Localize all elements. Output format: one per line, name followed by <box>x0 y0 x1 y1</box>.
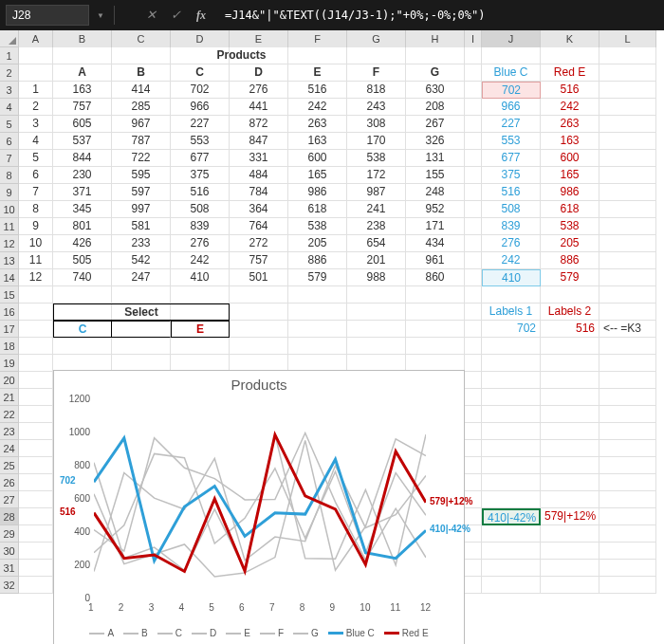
cell-I5[interactable] <box>465 116 482 133</box>
cell-I25[interactable] <box>465 457 482 474</box>
cell-L32[interactable] <box>599 577 656 594</box>
cell-A25[interactable] <box>19 457 53 474</box>
cell-J23[interactable] <box>482 423 541 440</box>
cell-K32[interactable] <box>541 577 599 594</box>
cell-L17[interactable]: <-- =K3 <box>599 321 656 338</box>
cell-G3[interactable]: 818 <box>347 82 406 99</box>
cell-E18[interactable] <box>230 338 288 355</box>
cell-C14[interactable]: 247 <box>112 269 171 286</box>
row-header-19[interactable]: 19 <box>0 355 19 372</box>
cell-A10[interactable]: 8 <box>19 201 53 218</box>
cell-K19[interactable] <box>541 355 599 372</box>
cell-I9[interactable] <box>465 184 482 201</box>
cell-K2[interactable]: Red E <box>541 64 599 82</box>
cell-A2[interactable] <box>19 64 53 82</box>
cell-K25[interactable] <box>541 457 599 474</box>
cell-K21[interactable] <box>541 389 599 406</box>
cell-F3[interactable]: 516 <box>288 82 347 99</box>
cell-C10[interactable]: 997 <box>112 201 171 218</box>
cell-J13[interactable]: 242 <box>482 252 541 269</box>
cell-E17[interactable] <box>230 321 288 338</box>
cell-L3[interactable] <box>599 82 656 99</box>
cell-C12[interactable]: 233 <box>112 235 171 252</box>
row-header-18[interactable]: 18 <box>0 338 19 355</box>
cell-E6[interactable]: 847 <box>230 133 288 150</box>
cell-D13[interactable]: 242 <box>171 252 230 269</box>
row-header-20[interactable]: 20 <box>0 372 19 389</box>
fx-icon[interactable]: fx <box>193 7 210 24</box>
cell-K31[interactable] <box>541 560 599 577</box>
cell-L19[interactable] <box>599 355 656 372</box>
cell-L21[interactable] <box>599 389 656 406</box>
cell-J18[interactable] <box>482 338 541 355</box>
cell-K9[interactable]: 986 <box>541 184 599 201</box>
cell-A20[interactable] <box>19 372 53 389</box>
cell-K23[interactable] <box>541 423 599 440</box>
cell-G7[interactable]: 538 <box>347 150 406 167</box>
cell-F5[interactable]: 263 <box>288 116 347 133</box>
spreadsheet-grid[interactable]: ABCDEFGHIJKL 123456789101112131415161718… <box>0 30 664 644</box>
cell-B2[interactable]: A <box>53 64 112 82</box>
cell-I22[interactable] <box>465 406 482 423</box>
col-header-G[interactable]: G <box>347 30 406 47</box>
cell-H11[interactable]: 171 <box>406 218 465 235</box>
cell-A18[interactable] <box>19 338 53 355</box>
cell-J11[interactable]: 839 <box>482 218 541 235</box>
cell-J28[interactable]: 410|-42% <box>482 508 541 525</box>
cell-A14[interactable]: 12 <box>19 269 53 286</box>
cell-K24[interactable] <box>541 440 599 457</box>
cell-A29[interactable] <box>19 525 53 543</box>
chart[interactable]: Products 0200400600800100012001234567891… <box>53 370 465 644</box>
select-all-corner[interactable] <box>0 30 19 47</box>
row-header-11[interactable]: 11 <box>0 218 19 235</box>
cell-J6[interactable]: 553 <box>482 133 541 150</box>
cell-D10[interactable]: 508 <box>171 201 230 218</box>
cell-L16[interactable] <box>599 304 656 321</box>
cell-B4[interactable]: 757 <box>53 99 112 116</box>
cell-A31[interactable] <box>19 560 53 577</box>
cell-A28[interactable] <box>19 508 53 525</box>
row-header-23[interactable]: 23 <box>0 423 19 440</box>
cell-J10[interactable]: 508 <box>482 201 541 218</box>
cell-A12[interactable]: 10 <box>19 235 53 252</box>
cell-K30[interactable] <box>541 543 599 560</box>
cell-D18[interactable] <box>171 338 230 355</box>
cell-J21[interactable] <box>482 389 541 406</box>
cell-F2[interactable]: E <box>288 64 347 82</box>
cell-E9[interactable]: 784 <box>230 184 288 201</box>
cell-B15[interactable] <box>53 286 112 304</box>
cell-G11[interactable]: 238 <box>347 218 406 235</box>
row-header-28[interactable]: 28 <box>0 508 19 525</box>
cell-A19[interactable] <box>19 355 53 372</box>
cell-D7[interactable]: 677 <box>171 150 230 167</box>
row-header-21[interactable]: 21 <box>0 389 19 406</box>
cell-E4[interactable]: 441 <box>230 99 288 116</box>
cell-I1[interactable] <box>465 47 482 64</box>
col-header-D[interactable]: D <box>171 30 230 47</box>
row-header-6[interactable]: 6 <box>0 133 19 150</box>
cell-J15[interactable] <box>482 286 541 304</box>
cell-D2[interactable]: C <box>171 64 230 82</box>
col-header-F[interactable]: F <box>288 30 347 47</box>
cell-B3[interactable]: 163 <box>53 82 112 99</box>
cell-L30[interactable] <box>599 543 656 560</box>
cell-I10[interactable] <box>465 201 482 218</box>
cell-F15[interactable] <box>288 286 347 304</box>
cell-L24[interactable] <box>599 440 656 457</box>
cell-K14[interactable]: 579 <box>541 269 599 286</box>
row-header-8[interactable]: 8 <box>0 167 19 184</box>
cell-F6[interactable]: 163 <box>288 133 347 150</box>
name-box-dropdown-icon[interactable]: ▼ <box>97 11 104 20</box>
cell-J19[interactable] <box>482 355 541 372</box>
cell-G13[interactable]: 201 <box>347 252 406 269</box>
cell-G12[interactable]: 654 <box>347 235 406 252</box>
cell-K29[interactable] <box>541 525 599 543</box>
cell-D5[interactable]: 227 <box>171 116 230 133</box>
col-header-B[interactable]: B <box>53 30 112 47</box>
cell-E15[interactable] <box>230 286 288 304</box>
row-header-24[interactable]: 24 <box>0 440 19 457</box>
cell-G14[interactable]: 988 <box>347 269 406 286</box>
cell-C9[interactable]: 597 <box>112 184 171 201</box>
cell-J1[interactable] <box>482 47 541 64</box>
cell-D6[interactable]: 553 <box>171 133 230 150</box>
